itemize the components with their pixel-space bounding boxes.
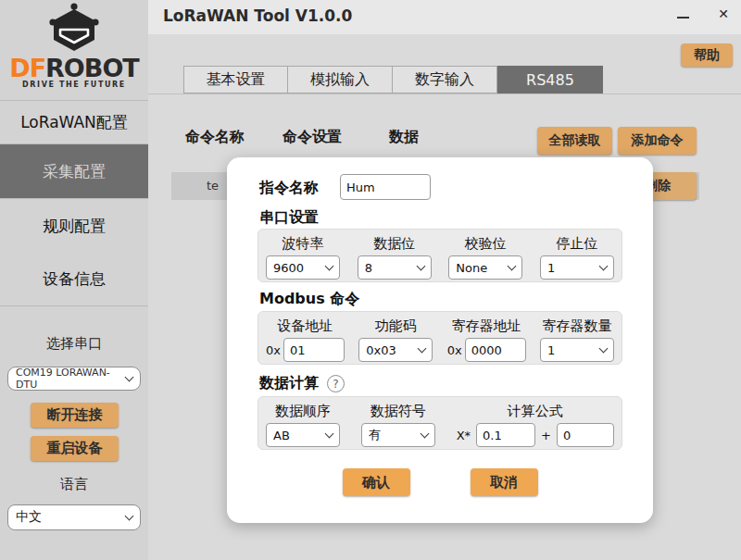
dialog-buttons: 确认 取消: [227, 468, 653, 496]
baud-label: 波特率: [283, 235, 324, 253]
baud-select[interactable]: 9600: [266, 255, 340, 280]
add-command-button[interactable]: 添加命令: [618, 127, 697, 155]
tab-rs485[interactable]: RS485: [497, 66, 603, 93]
command-name-input[interactable]: [340, 174, 431, 200]
data-calc-group: 数据顺序 AB 数据符号 有 计算公式 X* +: [257, 396, 622, 450]
window-title: LoRaWAN Tool V1.0.0: [163, 6, 352, 25]
register-count-field: 寄存器数量 1: [540, 317, 614, 362]
formula-label: 计算公式: [508, 403, 563, 420]
minimize-icon[interactable]: [677, 17, 689, 19]
plus-sign: +: [541, 429, 551, 442]
hex-prefix: 0x: [266, 343, 281, 357]
robot-logo-icon: [45, 3, 103, 53]
serial-port-select[interactable]: COM19 LORAWAN-DTU: [7, 367, 141, 391]
stop-bits-label: 停止位: [556, 235, 597, 253]
byte-order-value: AB: [273, 429, 290, 442]
chevron-down-icon: [125, 511, 134, 520]
offset-input[interactable]: [557, 423, 614, 447]
cancel-button[interactable]: 取消: [471, 468, 538, 496]
sidebar-item-rule-config[interactable]: 规则配置: [0, 199, 148, 253]
read-all-button[interactable]: 全部读取: [537, 127, 612, 155]
formula-prefix: X*: [457, 429, 471, 442]
parity-select[interactable]: None: [448, 255, 522, 280]
tab-bar: 基本设置 模拟输入 数字输入 RS485: [183, 66, 603, 93]
chevron-down-icon: [418, 343, 427, 353]
data-sign-value: 有: [369, 427, 381, 443]
function-code-select[interactable]: 0x03: [358, 338, 433, 362]
register-address-field: 寄存器地址 0x: [447, 317, 526, 362]
brand-logo: DFROBOT: [0, 54, 148, 82]
tab-analog-input[interactable]: 模拟输入: [288, 66, 393, 93]
column-data: 数据: [389, 128, 419, 147]
device-address-field: 设备地址 0x: [266, 317, 345, 362]
sidebar-item-device-info[interactable]: 设备信息: [0, 253, 148, 305]
byte-order-label: 数据顺序: [275, 403, 331, 420]
tab-divider: [148, 93, 741, 94]
stop-bits-field: 停止位 1: [540, 235, 614, 280]
command-edit-dialog: 指令名称 串口设置 波特率 9600 数据位 8 校验位: [227, 157, 653, 523]
baud-value: 9600: [273, 261, 304, 275]
data-calc-heading: 数据计算 ?: [259, 374, 345, 393]
byte-order-select[interactable]: AB: [266, 423, 340, 447]
function-code-field: 功能码 0x03: [358, 317, 433, 362]
title-bar: LoRaWAN Tool V1.0.0 ✕: [148, 0, 741, 34]
parity-label: 校验位: [465, 235, 507, 253]
app-window: LoRaWAN Tool V1.0.0 ✕ DFROBOT DRIVE THE …: [0, 0, 741, 560]
chevron-down-icon: [599, 261, 609, 270]
register-count-select[interactable]: 1: [540, 338, 614, 362]
data-calc-title: 数据计算: [259, 374, 319, 393]
modbus-heading: Modbus 命令: [259, 290, 359, 309]
serial-port-label: 选择串口: [0, 335, 148, 353]
language-label: 语言: [0, 476, 148, 493]
language-value: 中文: [16, 509, 42, 526]
parity-value: None: [456, 261, 487, 275]
stop-bits-value: 1: [547, 261, 555, 275]
device-address-label: 设备地址: [277, 317, 333, 335]
tab-basic-settings[interactable]: 基本设置: [183, 66, 288, 93]
parity-field: 校验位 None: [448, 235, 522, 280]
data-bits-select[interactable]: 8: [358, 255, 432, 280]
data-bits-label: 数据位: [373, 235, 415, 253]
command-name-label: 指令名称: [259, 179, 319, 198]
brand-df: DF: [9, 54, 45, 82]
sidebar-nav: LoRaWAN配置 采集配置 规则配置 设备信息: [0, 100, 148, 306]
sidebar-item-collect-config[interactable]: 采集配置: [0, 143, 148, 199]
chevron-down-icon: [325, 429, 334, 438]
data-sign-label: 数据符号: [370, 403, 426, 420]
function-code-label: 功能码: [375, 317, 417, 335]
chevron-down-icon: [125, 372, 134, 381]
formula-field: 计算公式 X* +: [457, 403, 614, 447]
chevron-down-icon: [416, 261, 425, 270]
function-code-value: 0x03: [366, 343, 396, 357]
serial-port-value: COM19 LORAWAN-DTU: [16, 367, 126, 391]
modbus-group: 设备地址 0x 功能码 0x03 寄存器地址 0x: [257, 311, 622, 365]
brand-robot: ROBOT: [45, 54, 139, 82]
register-count-label: 寄存器数量: [542, 317, 611, 335]
help-button[interactable]: 帮助: [681, 44, 733, 67]
stop-bits-select[interactable]: 1: [540, 255, 614, 280]
data-sign-select[interactable]: 有: [361, 423, 435, 447]
byte-order-field: 数据顺序 AB: [266, 403, 340, 447]
data-bits-value: 8: [365, 261, 372, 275]
chevron-down-icon: [508, 261, 517, 270]
confirm-button[interactable]: 确认: [343, 468, 410, 496]
brand-tagline: DRIVE THE FUTURE: [0, 81, 148, 89]
data-sign-field: 数据符号 有: [361, 403, 435, 447]
device-address-input[interactable]: [283, 338, 345, 362]
register-address-input[interactable]: [465, 338, 526, 362]
factor-input[interactable]: [476, 423, 535, 447]
tab-digital-input[interactable]: 数字输入: [393, 66, 497, 93]
restart-device-button[interactable]: 重启设备: [31, 436, 119, 461]
close-icon[interactable]: ✕: [718, 7, 729, 20]
sidebar: DFROBOT DRIVE THE FUTURE LoRaWAN配置 采集配置 …: [0, 0, 148, 560]
disconnect-button[interactable]: 断开连接: [31, 403, 119, 428]
help-question-icon[interactable]: ?: [327, 375, 345, 392]
sidebar-item-lorawan-config[interactable]: LoRaWAN配置: [0, 101, 148, 143]
register-count-value: 1: [547, 343, 555, 357]
chevron-down-icon: [599, 343, 609, 353]
hex-prefix: 0x: [447, 343, 462, 357]
language-select[interactable]: 中文: [7, 504, 141, 530]
row-command-name: te: [207, 179, 219, 193]
register-address-label: 寄存器地址: [452, 317, 521, 335]
serial-settings-group: 波特率 9600 数据位 8 校验位 None: [257, 229, 622, 282]
